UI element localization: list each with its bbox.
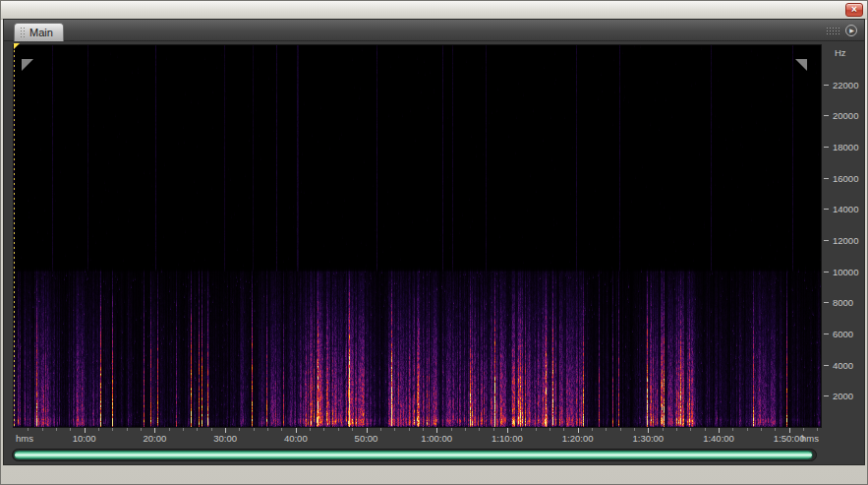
panel-grip-icon[interactable] — [826, 27, 840, 35]
time-tick-minor — [817, 428, 818, 431]
tab-grip-icon — [20, 27, 26, 37]
frequency-tick-line — [824, 115, 829, 116]
panel-menu-button[interactable]: ▶ — [845, 25, 857, 36]
frequency-tick-label: 20000 — [833, 110, 858, 121]
time-tick-label: 1:00:00 — [421, 433, 452, 444]
time-tick-minor — [747, 428, 748, 431]
time-tick-minor — [620, 428, 621, 431]
time-tick-minor — [592, 428, 593, 431]
time-tick-minor — [70, 428, 71, 431]
frequency-ruler[interactable]: Hz 2200020000180001600014000120001000080… — [821, 41, 864, 464]
frequency-tick-label: 2000 — [833, 391, 853, 401]
frequency-tick-line — [824, 178, 829, 179]
playhead-line — [14, 45, 15, 427]
time-tick-label: 20:00 — [144, 433, 167, 444]
time-tick-minor — [28, 428, 29, 431]
tab-bar-controls: ▶ — [826, 25, 857, 36]
time-tick-minor — [380, 428, 381, 431]
frequency-tick-line — [824, 395, 829, 396]
window-close-button[interactable]: × — [845, 3, 863, 17]
spectrogram-canvas[interactable] — [14, 45, 821, 427]
time-tick-minor — [606, 428, 607, 431]
time-tick-minor — [141, 428, 142, 431]
tab-label: Main — [29, 27, 53, 38]
corner-handle-top-left[interactable] — [22, 59, 33, 71]
time-tick-minor — [761, 428, 762, 431]
frequency-tick-line — [824, 147, 829, 148]
time-tick-minor — [803, 428, 804, 431]
time-tick-minor — [98, 428, 99, 431]
frequency-tick-label: 4000 — [833, 360, 853, 371]
tab-main[interactable]: Main — [14, 23, 64, 41]
app-content: Main ▶ Hz 220002000018000160001400012000… — [4, 20, 864, 464]
time-tick-minor — [239, 428, 240, 431]
frequency-tick-label: 12000 — [833, 235, 858, 246]
time-tick-minor — [775, 428, 776, 431]
frequency-unit-label: Hz — [835, 47, 846, 58]
time-tick-minor — [451, 428, 452, 431]
close-icon: × — [851, 5, 857, 15]
time-tick-minor — [479, 428, 480, 431]
time-ruler[interactable]: hms 10:0020:0030:0040:0050:001:00:001:10… — [14, 427, 821, 447]
frequency-tick-line — [824, 365, 829, 366]
time-tick-label: 1:20:00 — [562, 433, 594, 444]
time-unit-label-left: hms — [16, 433, 33, 444]
frequency-tick-label: 6000 — [833, 329, 853, 339]
horizontal-scrollbar-track[interactable] — [12, 449, 817, 461]
frequency-tick-line — [824, 209, 829, 210]
frequency-tick-label: 16000 — [833, 173, 858, 184]
app-window: × Main ▶ Hz 2200020000180001600014000120… — [0, 0, 868, 485]
time-tick-minor — [310, 428, 311, 431]
time-tick-minor — [323, 428, 324, 431]
time-tick-minor — [169, 428, 170, 431]
time-tick-minor — [338, 428, 339, 431]
time-tick-minor — [197, 428, 198, 431]
time-tick-minor — [211, 428, 212, 431]
time-tick-minor — [394, 428, 395, 431]
time-tick-minor — [183, 428, 184, 431]
time-tick-minor — [705, 428, 706, 431]
time-unit-label-right: hms — [801, 433, 819, 444]
frequency-tick-line — [824, 272, 829, 273]
time-tick-label: 1:10:00 — [492, 433, 523, 444]
time-tick-minor — [56, 428, 57, 431]
frequency-tick-label: 18000 — [833, 142, 858, 152]
time-tick-label: 30:00 — [213, 433, 237, 444]
time-tick-minor — [267, 428, 268, 431]
time-tick-minor — [423, 428, 424, 431]
time-tick-minor — [732, 428, 733, 431]
frequency-tick-label: 14000 — [833, 204, 858, 214]
time-tick-minor — [690, 428, 691, 431]
time-tick-minor — [127, 428, 128, 431]
time-tick-minor — [663, 428, 664, 431]
frequency-tick-line — [824, 240, 829, 241]
frequency-tick-label: 8000 — [833, 297, 853, 308]
corner-handle-top-right[interactable] — [795, 59, 807, 71]
time-tick-minor — [465, 428, 466, 431]
time-tick-label: 1:40:00 — [703, 433, 734, 444]
time-tick-minor — [521, 428, 522, 431]
time-tick-minor — [112, 428, 113, 431]
frequency-tick-line — [824, 333, 829, 334]
tab-bar: Main ▶ — [4, 20, 864, 41]
time-tick-minor — [536, 428, 537, 431]
time-tick-minor — [550, 428, 550, 431]
time-tick-label: 1:30:00 — [632, 433, 664, 444]
frequency-tick-line — [824, 302, 829, 303]
time-tick-minor — [409, 428, 410, 431]
time-tick-minor — [676, 428, 677, 431]
time-tick-label: 40:00 — [284, 433, 308, 444]
time-tick-minor — [493, 428, 494, 431]
horizontal-scrollbar-thumb[interactable] — [14, 451, 813, 459]
frequency-tick-label: 22000 — [833, 80, 858, 91]
time-tick-label: 50:00 — [355, 433, 378, 444]
frequency-tick-label: 10000 — [833, 267, 858, 277]
time-tick-minor — [281, 428, 282, 431]
time-tick-minor — [42, 428, 43, 431]
window-titlebar[interactable]: × — [1, 1, 867, 20]
time-tick-label: 10:00 — [73, 433, 96, 444]
time-tick-label: 1:50:00 — [774, 433, 805, 444]
time-tick-minor — [254, 428, 255, 431]
time-tick-minor — [563, 428, 564, 431]
time-tick-minor — [352, 428, 353, 431]
